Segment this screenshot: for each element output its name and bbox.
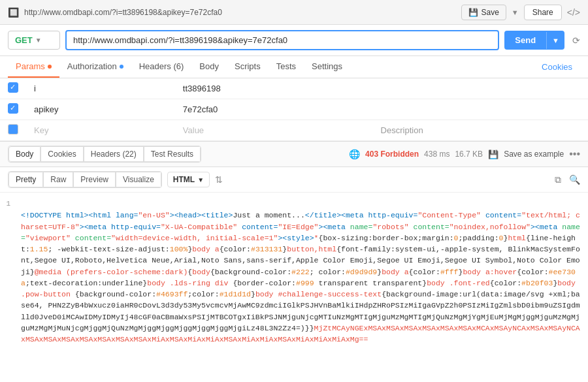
empty-key: Key <box>26 120 175 141</box>
row1-key: i <box>26 78 175 99</box>
params-dot <box>48 65 52 69</box>
row-empty-checkbox[interactable] <box>8 124 18 135</box>
row2-checkbox[interactable] <box>8 103 18 114</box>
response-time: 438 ms <box>424 150 449 159</box>
format-dropdown-icon: ▼ <box>197 176 204 183</box>
code-line: 1 <!DOCTYPE html><html lang="en-US"><hea… <box>0 198 588 349</box>
tab-body[interactable]: Body <box>191 56 227 78</box>
params-section: i tt3896198 apikey 7e72cfa0 Key Value De… <box>0 78 588 142</box>
tabs-left: Params Authorization Headers (6) Body Sc… <box>8 56 350 78</box>
status-left: Body Cookies Headers (22) Test Results <box>8 146 201 163</box>
format-label: HTML <box>173 175 195 184</box>
top-bar-right: 💾 Save ▼ Share </> <box>461 5 580 20</box>
viewer-tabs: Pretty Raw Preview Visualize HTML ▼ ⇅ ⧉ … <box>0 167 588 193</box>
code-area: 1 <!DOCTYPE html><html lang="en-US"><hea… <box>0 193 588 349</box>
url-input[interactable] <box>65 30 499 50</box>
line-number: 1 <box>0 199 21 349</box>
row2-key: apikey <box>26 99 175 120</box>
top-bar: 🔲 http://www.omdbapi.com/?i=tt3896198&ap… <box>0 0 588 25</box>
copy-icon[interactable]: ⧉ <box>555 174 561 185</box>
save-button[interactable]: 💾 Save <box>461 5 506 20</box>
table-row: i tt3896198 <box>0 78 588 99</box>
dropdown-arrow[interactable]: ▼ <box>512 8 519 16</box>
tab-scripts[interactable]: Scripts <box>227 56 269 78</box>
method-selector[interactable]: GET ▼ <box>8 31 60 50</box>
row1-value: tt3896198 <box>175 78 373 99</box>
response-tab-cookies[interactable]: Cookies <box>41 146 83 162</box>
request-bar: GET ▼ Send ▼ ⟳ <box>0 25 588 56</box>
send-button-main[interactable]: Send <box>504 31 546 50</box>
save-as-example-button[interactable]: Save as example <box>504 150 564 159</box>
tab-authorization[interactable]: Authorization <box>59 56 131 78</box>
tab-tests[interactable]: Tests <box>269 56 304 78</box>
viewer-tab-raw[interactable]: Raw <box>43 172 73 187</box>
app-icon: 🔲 <box>8 7 19 18</box>
empty-value: Value <box>175 120 373 141</box>
tab-params[interactable]: Params <box>8 56 59 78</box>
response-tab-test-results[interactable]: Test Results <box>144 146 201 162</box>
viewer-tab-visualize[interactable]: Visualize <box>116 172 161 187</box>
save-disk-icon: 💾 <box>488 150 498 159</box>
row2-value: 7e72cfa0 <box>175 99 373 120</box>
authorization-dot <box>120 65 123 69</box>
share-button[interactable]: Share <box>524 5 562 20</box>
response-tab-body[interactable]: Body <box>8 146 41 162</box>
response-size: 16.7 KB <box>455 150 483 159</box>
table-row: apikey 7e72cfa0 <box>0 99 588 120</box>
status-badge: 403 Forbidden <box>365 150 419 159</box>
code-icon[interactable]: </> <box>567 7 580 18</box>
filter-icon[interactable]: ⇅ <box>215 174 223 185</box>
viewer-tab-pretty[interactable]: Pretty <box>8 172 43 187</box>
format-selector[interactable]: HTML ▼ <box>167 172 210 187</box>
top-bar-url: http://www.omdbapi.com/?i=tt3896198&apik… <box>24 8 222 17</box>
status-bar: Body Cookies Headers (22) Test Results 🌐… <box>0 142 588 167</box>
row1-description <box>373 78 588 99</box>
more-options-icon[interactable]: ••• <box>569 148 580 160</box>
response-tab-headers[interactable]: Headers (22) <box>84 146 144 162</box>
top-bar-left: 🔲 http://www.omdbapi.com/?i=tt3896198&ap… <box>8 7 222 18</box>
globe-icon: 🌐 <box>349 149 360 159</box>
search-icon[interactable]: 🔍 <box>569 174 580 185</box>
empty-description: Description <box>373 120 588 141</box>
send-button[interactable]: Send ▼ <box>504 31 564 50</box>
params-table: i tt3896198 apikey 7e72cfa0 Key Value De… <box>0 78 588 141</box>
cookies-link[interactable]: Cookies <box>534 57 580 77</box>
viewer-tab-preview[interactable]: Preview <box>73 172 116 187</box>
send-dropdown-icon[interactable]: ▼ <box>546 32 564 49</box>
row1-checkbox[interactable] <box>8 82 18 93</box>
row2-description <box>373 99 588 120</box>
tabs-row: Params Authorization Headers (6) Body Sc… <box>0 56 588 78</box>
table-row-empty: Key Value Description <box>0 120 588 141</box>
method-dropdown-icon: ▼ <box>35 37 42 44</box>
tab-headers[interactable]: Headers (6) <box>131 56 192 78</box>
status-right: 🌐 403 Forbidden 438 ms 16.7 KB 💾 Save as… <box>349 148 580 160</box>
tab-settings[interactable]: Settings <box>304 56 350 78</box>
save-icon: 💾 <box>468 8 478 17</box>
refresh-icon[interactable]: ⟳ <box>572 35 580 46</box>
code-content: <!DOCTYPE html><html lang="en-US"><head>… <box>21 199 588 349</box>
method-label: GET <box>15 35 33 45</box>
